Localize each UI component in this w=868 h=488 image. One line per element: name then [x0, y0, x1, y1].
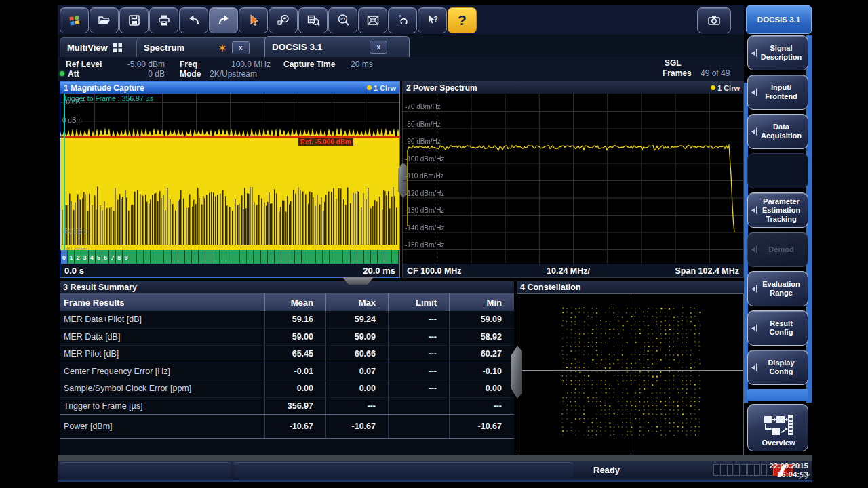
select-pointer-icon — [246, 14, 261, 27]
x-start-label: 0.0 s — [64, 266, 84, 276]
frame-cell-24 — [226, 250, 233, 265]
result-cell-limit — [388, 415, 449, 438]
submenu-arrow-icon — [751, 246, 757, 253]
toolbar-button-print[interactable] — [149, 7, 178, 33]
tab-spectrum-close-button[interactable]: x — [232, 41, 250, 54]
softkey-parameter[interactable]: ParameterEstimationTracking — [747, 192, 808, 228]
help-icon: ? — [458, 12, 467, 28]
frame-cell-26 — [240, 250, 247, 265]
status-bar: Ready 22.09.2015 16:04:53 — [58, 461, 812, 480]
power-spectrum-title: 2 Power Spectrum — [406, 83, 477, 93]
softkey-label-line: Result — [770, 319, 793, 328]
frame-cell-41 — [343, 250, 350, 265]
softkey-label-line: Acquisition — [761, 131, 802, 140]
softkey-demod[interactable]: Demod — [747, 232, 808, 267]
result-cell-limit: --- — [388, 329, 449, 346]
window-magnitude-capture[interactable]: 1 Magnitude Capture 1 Clrw Trigger to Fr… — [60, 81, 400, 278]
frame-cell-3: 3 — [81, 250, 88, 265]
result-cell-max: 60.66 — [326, 346, 388, 363]
softkey-signal[interactable]: SignalDescription — [747, 35, 808, 70]
tab-bar: MultiView Spectrum ✶ x DOCSIS 3.1 x ▾ — [58, 34, 744, 57]
overview-flowchart-icon — [763, 414, 794, 437]
result-cell-mean: -10.67 — [264, 415, 326, 438]
span-label: Span 102.4 MHz — [675, 266, 739, 276]
softkey-display[interactable]: DisplayConfig — [747, 350, 808, 385]
result-cell-min: 60.27 — [449, 346, 514, 363]
constellation-plot — [517, 293, 744, 455]
tab-spectrum[interactable]: Spectrum ✶ x — [136, 37, 277, 58]
result-cell-min: --- — [449, 398, 514, 415]
tab-multiview[interactable]: MultiView — [60, 37, 149, 58]
frame-cell-25 — [233, 250, 240, 265]
power-spectrum-x-axis: CF 100.0 MHz 10.24 MHz/ Span 102.4 MHz — [403, 264, 743, 277]
result-cell-label: Sample/Symbol Clock Error [ppm] — [60, 380, 264, 397]
tab-docsis-close-button[interactable]: x — [370, 41, 387, 54]
tab-spectrum-label: Spectrum — [144, 43, 184, 53]
window-power-spectrum[interactable]: 2 Power Spectrum 1 Clrw -70 dBm/Hz-80 dB… — [402, 81, 744, 278]
vertical-splitter-handle-constellation[interactable] — [511, 346, 522, 399]
softkey-label-line: Parameter — [763, 197, 800, 206]
toolbar-button-open-file[interactable] — [90, 7, 119, 33]
result-cell-limit: --- — [388, 346, 449, 363]
spectrum-star-icon: ✶ — [218, 43, 226, 53]
magnitude-y-label: -70 dBm — [62, 246, 88, 250]
frame-cell-23 — [220, 250, 226, 265]
frame-cell-14 — [157, 250, 164, 265]
result-summary-titlebar: 3 Result Summary — [60, 281, 514, 293]
frame-cell-12 — [144, 250, 151, 265]
toolbar-button-help[interactable]: ? — [448, 7, 477, 33]
result-cell-mean: -0.01 — [264, 363, 326, 380]
att-label: Att — [68, 69, 79, 79]
softkey-evaluation[interactable]: EvaluationRange — [747, 271, 808, 306]
frame-cell-19 — [192, 250, 199, 265]
frame-cell-18 — [185, 250, 192, 265]
window-constellation[interactable]: 4 Constellation — [517, 281, 744, 455]
tab-docsis-label: DOCSIS 3.1 — [272, 42, 322, 52]
frame-cell-22 — [212, 250, 219, 265]
trace1-color-dot-icon — [367, 85, 372, 90]
magnitude-capture-plot: Trigger to Frame : 356.97 µs Ref. -5.000… — [60, 94, 399, 250]
window-result-summary[interactable]: 3 Result Summary Frame Results Mean Max … — [60, 281, 514, 455]
frame-cell-31 — [275, 250, 281, 265]
result-cell-min: 0.00 — [449, 380, 514, 397]
frames-value: 49 of 49 — [701, 68, 730, 78]
undo-icon — [186, 14, 201, 27]
mode-value: 2K/Upstream — [210, 69, 257, 79]
ref-level-label: Ref Level — [66, 60, 102, 69]
toolbar-button-zoom-config[interactable] — [298, 7, 328, 33]
toolbar-button-redo[interactable] — [209, 7, 238, 33]
submenu-arrow-icon — [751, 364, 757, 371]
multiview-grid-icon — [113, 43, 122, 52]
tab-docsis[interactable]: DOCSIS 3.1 x — [264, 36, 410, 58]
magnitude-capture-titlebar: 1 Magnitude Capture 1 Clrw — [60, 82, 399, 94]
info-bar: Ref Level -5.00 dBm Att 0 dB Freq 100.0 … — [58, 57, 744, 81]
frame-cell-46 — [378, 250, 384, 265]
toolbar-button-select-pointer[interactable] — [239, 7, 268, 33]
result-cell-mean: 59.16 — [264, 311, 326, 328]
toolbar-button-save[interactable] — [119, 7, 149, 33]
softkey-result[interactable]: ResultConfig — [747, 310, 808, 346]
toolbar-button-zoom-trace[interactable] — [269, 7, 298, 33]
toolbar-button-undo[interactable] — [179, 7, 208, 33]
result-summary-title: 3 Result Summary — [63, 283, 137, 292]
toolbar-button-zoom-1to1[interactable]: 1:1 — [328, 7, 357, 33]
toolbar-button-windows-logo[interactable] — [60, 7, 89, 33]
toolbar-button-context-help[interactable]: ? — [418, 7, 447, 33]
softkey-empty — [747, 153, 808, 188]
result-cell-min: 59.09 — [449, 311, 514, 328]
overview-button[interactable]: Overview — [747, 404, 808, 451]
softkey-label-line: Display — [768, 359, 794, 367]
frame-cell-38 — [323, 250, 330, 265]
toolbar-button-display-update[interactable] — [358, 7, 387, 33]
result-cell-label: Power [dBm] — [60, 415, 264, 438]
frame-cell-4: 4 — [89, 250, 96, 265]
softkey-input[interactable]: Input/Frontend — [747, 75, 808, 110]
frame-cell-42 — [351, 250, 357, 265]
toolbar-button-screenshot[interactable] — [697, 7, 731, 33]
toolbar-button-sync[interactable]: S — [388, 7, 417, 33]
softkey-data[interactable]: DataAcquisition — [747, 114, 808, 149]
toolbar: 1:1S?? — [58, 5, 744, 34]
constellation-titlebar: 4 Constellation — [517, 281, 744, 293]
softkey-label-line: Tracking — [766, 215, 796, 224]
frame-cell-1: 1 — [68, 250, 75, 265]
